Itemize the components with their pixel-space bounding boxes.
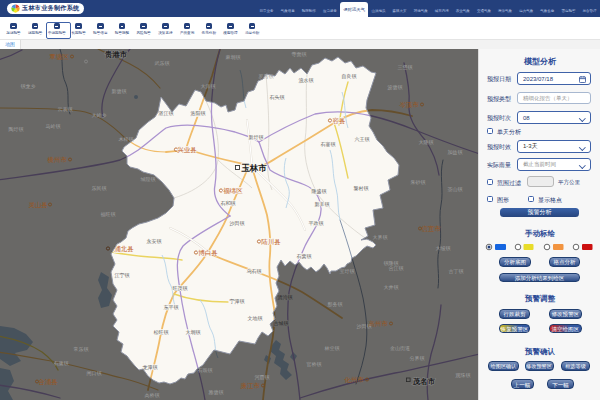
svg-text:陶圩镇: 陶圩镇	[9, 126, 24, 133]
svg-text:乌石镇: 乌石镇	[247, 268, 262, 275]
svg-text:陆川县: 陆川县	[261, 238, 281, 245]
svg-text:寺面镇: 寺面镇	[292, 51, 307, 58]
svg-text:覃塘区: 覃塘区	[49, 53, 69, 61]
svg-text:大井镇: 大井镇	[384, 284, 399, 290]
svg-text:容县: 容县	[333, 117, 347, 125]
svg-text:石窝镇: 石窝镇	[297, 253, 312, 260]
svg-text:高州市: 高州市	[368, 320, 388, 327]
svg-text:大界镇: 大界镇	[373, 234, 388, 240]
svg-text:那务镇: 那务镇	[328, 301, 343, 308]
svg-text:石寨镇: 石寨镇	[321, 141, 336, 148]
svg-text:大洋镇: 大洋镇	[201, 83, 216, 90]
svg-text:宁潭镇: 宁潭镇	[230, 298, 245, 305]
svg-text:廉江市: 廉江市	[240, 382, 260, 390]
svg-text:雅塘镇: 雅塘镇	[209, 389, 224, 396]
svg-text:古丁镇: 古丁镇	[449, 268, 464, 274]
svg-text:横州市: 横州市	[47, 156, 67, 163]
svg-text:文地镇: 文地镇	[248, 315, 263, 321]
svg-text:石颈镇: 石颈镇	[198, 367, 213, 374]
svg-text:镇隆镇: 镇隆镇	[384, 260, 399, 266]
svg-text:河唇镇: 河唇镇	[255, 374, 270, 381]
svg-text:洛阳镇: 洛阳镇	[191, 110, 206, 117]
svg-text:信宜市: 信宜市	[421, 225, 441, 233]
svg-text:永安镇: 永安镇	[147, 238, 162, 244]
svg-text:镇龙乡: 镇龙乡	[21, 83, 36, 89]
svg-text:石头镇: 石头镇	[270, 94, 285, 101]
svg-text:合江镇: 合江镇	[389, 265, 404, 272]
svg-text:福绵区: 福绵区	[223, 187, 243, 195]
svg-text:观珠镇: 观珠镇	[456, 372, 471, 379]
svg-text:贵港市: 贵港市	[104, 50, 128, 59]
svg-text:黎村镇: 黎村镇	[354, 185, 369, 192]
svg-text:化州市: 化州市	[344, 376, 364, 384]
svg-text:武乐镇: 武乐镇	[155, 60, 170, 66]
svg-text:三堡镇: 三堡镇	[398, 64, 413, 70]
svg-text:石和镇: 石和镇	[221, 200, 236, 207]
svg-text:罗秀镇: 罗秀镇	[259, 73, 274, 80]
svg-text:龙潭镇: 龙潭镇	[143, 364, 158, 371]
svg-text:大岭乡: 大岭乡	[92, 112, 107, 118]
svg-text:木梓镇: 木梓镇	[119, 136, 134, 142]
svg-text:新塘镇: 新塘镇	[112, 88, 127, 94]
svg-text:闸口镇: 闸口镇	[87, 370, 102, 377]
svg-text:林尘镇: 林尘镇	[324, 345, 340, 351]
svg-text:分界镇: 分界镇	[410, 355, 425, 361]
svg-text:平政镇: 平政镇	[309, 220, 324, 226]
svg-text:宝圩镇: 宝圩镇	[340, 268, 355, 274]
svg-text:浪水镇: 浪水镇	[299, 77, 314, 84]
svg-text:松旺镇: 松旺镇	[154, 329, 169, 335]
svg-text:合浦县: 合浦县	[38, 378, 58, 386]
svg-text:石康镇: 石康镇	[54, 360, 69, 367]
svg-text:浦北县: 浦北县	[114, 245, 134, 253]
svg-text:江宁镇: 江宁镇	[115, 272, 130, 279]
svg-text:茂名市: 茂名市	[412, 377, 436, 386]
svg-text:马岭镇: 马岭镇	[46, 123, 61, 129]
svg-text:东平镇: 东平镇	[164, 304, 179, 310]
svg-text:沙田镇: 沙田镇	[230, 220, 245, 227]
svg-text:云表镇: 云表镇	[58, 106, 73, 112]
svg-text:城隍镇: 城隍镇	[140, 176, 156, 182]
svg-text:岑溪市: 岑溪市	[399, 101, 419, 109]
svg-text:常乐镇: 常乐镇	[74, 346, 89, 352]
svg-text:金山街道: 金山街道	[390, 345, 410, 352]
svg-text:麻垌镇: 麻垌镇	[226, 54, 241, 60]
svg-text:乐民镇: 乐民镇	[92, 185, 107, 191]
svg-text:大坡镇: 大坡镇	[436, 245, 451, 251]
svg-text:隆盛镇: 隆盛镇	[312, 188, 327, 194]
svg-text:茶山镇: 茶山镇	[448, 186, 463, 192]
svg-text:加益镇: 加益镇	[448, 149, 463, 155]
svg-text:玉林市: 玉林市	[241, 163, 267, 173]
svg-text:大垌镇: 大垌镇	[186, 329, 201, 335]
svg-text:自良镇: 自良镇	[342, 73, 357, 79]
svg-text:波塘镇: 波塘镇	[387, 84, 403, 91]
svg-text:官桥镇: 官桥镇	[307, 361, 322, 367]
svg-text:博白县: 博白县	[198, 249, 218, 257]
svg-text:朱砂镇: 朱砂镇	[411, 179, 426, 185]
svg-text:兴业县: 兴业县	[177, 146, 197, 154]
svg-text:大隆镇: 大隆镇	[419, 139, 434, 145]
svg-text:高桥镇: 高桥镇	[145, 392, 160, 398]
svg-text:六王镇: 六王镇	[355, 136, 370, 142]
svg-text:福旺镇: 福旺镇	[101, 211, 116, 218]
svg-text:灵山县: 灵山县	[28, 201, 48, 209]
svg-text:旺茂镇: 旺茂镇	[173, 285, 188, 291]
svg-text:新圩镇: 新圩镇	[249, 134, 264, 140]
svg-text:新丰镇: 新丰镇	[315, 201, 330, 207]
